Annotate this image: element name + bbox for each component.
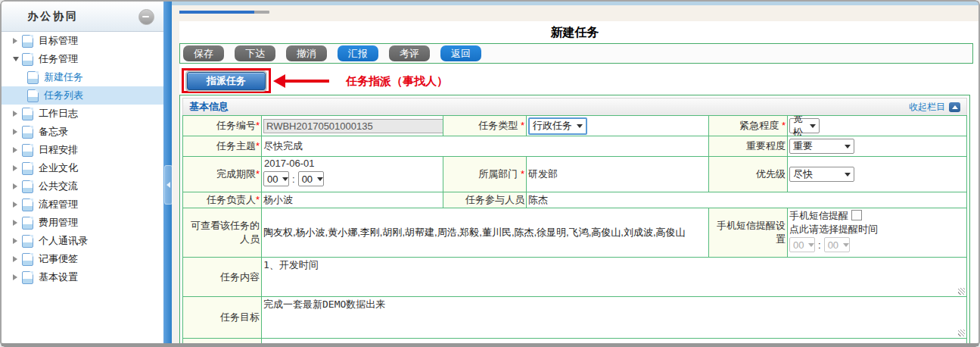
document-icon — [22, 35, 33, 48]
sms-remind-checkbox[interactable] — [851, 210, 862, 220]
sidebar-item-notes[interactable]: 记事便签 — [2, 250, 163, 268]
sidebar-item-work-log[interactable]: 工作日志 — [2, 105, 163, 123]
document-icon — [22, 53, 33, 66]
task-type-select[interactable]: 行政任务 — [528, 117, 587, 135]
save-button[interactable]: 保存 — [183, 45, 224, 61]
red-arrow-shaft — [285, 80, 329, 83]
table-row: 任务编号* RWBH20170501000135 任务类型 * 行政任务 紧急程… — [183, 116, 967, 136]
priority-select[interactable]: 尽快 — [789, 167, 854, 182]
sidebar-item-basic-settings[interactable]: 基本设置 — [2, 268, 163, 286]
sms-hour-select[interactable]: 00 — [789, 237, 815, 252]
sidebar-item-task-management[interactable]: 任务管理 — [2, 50, 163, 68]
expand-arrow-icon[interactable] — [13, 111, 22, 117]
urgency-select[interactable]: 宽松 — [789, 118, 820, 133]
sidebar: 办公协同 目标管理 任务管理 新建任务 任务列表 — [0, 0, 163, 347]
sidebar-item-public-exchange[interactable]: 公共交流 — [2, 177, 163, 195]
sidebar-item-corporate-culture[interactable]: 企业文化 — [2, 159, 163, 177]
assign-task-button[interactable]: 指派任务 — [187, 72, 266, 90]
basic-info-panel: 基本信息 收起栏目 任务编号* RWBH20170501000135 任务类型 … — [179, 95, 970, 345]
expand-arrow-icon[interactable] — [13, 165, 22, 171]
department-label: 所属部门 * — [443, 157, 527, 192]
sms-hint[interactable]: 点此请选择提醒时间 — [789, 223, 965, 236]
document-icon — [22, 235, 33, 248]
subject-value[interactable]: 尽快完成 — [262, 136, 709, 157]
deadline-minute-select[interactable]: 00 — [298, 171, 324, 186]
priority-label: 优先级 — [709, 157, 788, 192]
deadline-date-field[interactable]: 2017-06-01 — [263, 158, 441, 170]
subject-label: 任务主题* — [183, 136, 262, 157]
task-type-label: 任务类型 * — [443, 116, 527, 136]
app-window: 办公协同 目标管理 任务管理 新建任务 任务列表 — [0, 0, 980, 347]
expand-arrow-icon[interactable] — [13, 274, 22, 280]
sidebar-item-personal-contacts[interactable]: 个人通讯录 — [2, 232, 163, 250]
sms-settings-label: 手机短信提醒设置 — [709, 208, 788, 258]
sidebar-item-expense-management[interactable]: 费用管理 — [2, 214, 163, 232]
appraise-button[interactable]: 考评 — [389, 45, 430, 61]
dropdown-arrow-icon — [282, 177, 288, 181]
expand-arrow-icon[interactable] — [13, 38, 22, 44]
issue-button[interactable]: 下达 — [235, 45, 275, 61]
resize-grip-icon[interactable] — [958, 288, 965, 295]
content-textarea[interactable]: 1、开发时间 — [262, 258, 967, 297]
collapse-arrow-icon[interactable] — [13, 57, 22, 61]
expand-arrow-icon[interactable] — [13, 220, 22, 226]
content-label: 任务内容 — [183, 258, 262, 297]
document-icon — [27, 71, 39, 84]
sidebar-splitter[interactable] — [163, 0, 172, 347]
department-value[interactable]: 研发部 — [527, 157, 709, 192]
revoke-button[interactable]: 撤消 — [286, 45, 327, 61]
urgency-label: 紧急程度 * — [709, 116, 788, 136]
goal-label: 任务目标 — [183, 297, 262, 339]
deadline-hour-select[interactable]: 00 — [263, 171, 289, 186]
expand-arrow-icon[interactable] — [13, 183, 22, 189]
sidebar-item-goal-management[interactable]: 目标管理 — [2, 32, 163, 50]
dropdown-arrow-icon — [845, 173, 851, 177]
back-button[interactable]: 返回 — [440, 45, 481, 61]
collapse-section-button[interactable]: 收起栏目 — [909, 101, 960, 114]
panel-header: 基本信息 收起栏目 — [182, 98, 967, 115]
report-button[interactable]: 汇报 — [338, 45, 378, 61]
participants-value[interactable]: 陈杰 — [527, 192, 967, 208]
sidebar-item-label: 公共交流 — [39, 180, 78, 193]
left-gutter — [172, 21, 179, 347]
header-strip — [172, 5, 978, 21]
minus-icon — [142, 16, 149, 17]
viewers-value[interactable]: 陶友权,杨小波,黄小娜,李刚,胡刚,胡帮建,周浩,郑毅,董川民,陈杰,徐显明,飞… — [263, 227, 686, 238]
annotation-highlight-box: 指派任务 — [182, 68, 271, 93]
document-icon — [22, 126, 33, 139]
document-icon — [22, 271, 33, 284]
owner-value[interactable]: 杨小波 — [262, 192, 443, 208]
sidebar-item-label: 备忘录 — [39, 125, 68, 139]
document-icon — [27, 89, 39, 102]
resize-grip-icon[interactable] — [958, 330, 965, 336]
annotation: 任务指派（事找人） — [273, 73, 448, 89]
importance-select[interactable]: 重要 — [789, 139, 854, 154]
expand-arrow-icon[interactable] — [13, 256, 22, 262]
sms-minute-select[interactable]: 00 — [824, 237, 850, 252]
task-no-input[interactable]: RWBH20170501000135 — [263, 119, 443, 133]
sidebar-header: 办公协同 — [2, 2, 163, 32]
table-row: 可查看该任务的人员 陶友权,杨小波,黄小娜,李刚,胡刚,胡帮建,周浩,郑毅,董川… — [183, 208, 967, 258]
expand-arrow-icon[interactable] — [13, 147, 22, 153]
splitter-collapse-handle[interactable] — [164, 165, 173, 205]
sidebar-item-label: 新建任务 — [44, 70, 83, 84]
sidebar-item-task-list[interactable]: 任务列表 — [2, 86, 163, 105]
sidebar-item-memo[interactable]: 备忘录 — [2, 123, 163, 141]
sidebar-title: 办公协同 — [27, 10, 79, 23]
sidebar-item-new-task[interactable]: 新建任务 — [2, 68, 163, 86]
dropdown-arrow-icon — [577, 124, 583, 128]
expand-arrow-icon[interactable] — [13, 202, 22, 208]
basic-info-form: 任务编号* RWBH20170501000135 任务类型 * 行政任务 紧急程… — [182, 115, 967, 347]
expand-arrow-icon[interactable] — [13, 238, 22, 244]
sidebar-item-schedule[interactable]: 日程安排 — [2, 141, 163, 159]
sidebar-item-label: 基本设置 — [39, 270, 78, 284]
sidebar-item-process-management[interactable]: 流程管理 — [2, 195, 163, 214]
sidebar-item-label: 企业文化 — [39, 161, 78, 175]
goal-textarea[interactable]: 完成一套最新DEMO数据出来 — [262, 297, 967, 339]
document-icon — [22, 162, 33, 175]
sidebar-item-label: 日程安排 — [39, 143, 78, 157]
dropdown-arrow-icon — [845, 145, 851, 148]
dropdown-arrow-icon — [843, 243, 849, 247]
expand-arrow-icon[interactable] — [13, 129, 22, 135]
collapse-sidebar-button[interactable] — [138, 9, 154, 25]
